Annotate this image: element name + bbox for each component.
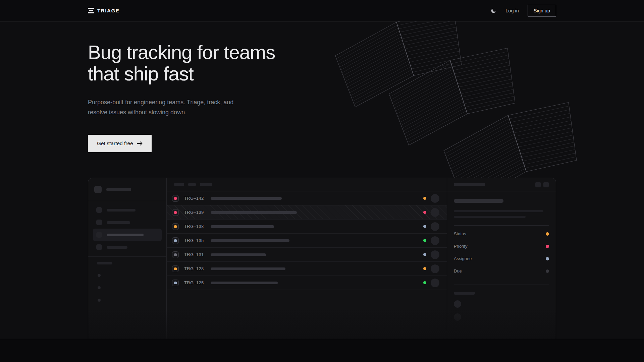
skeleton-bar	[454, 292, 475, 295]
mockup-detail-panel: Status Priority Assignee Due	[447, 178, 556, 339]
skeleton-dot	[98, 299, 101, 302]
issue-id: TRG–128	[184, 266, 205, 271]
skeleton-tab	[188, 183, 196, 186]
mockup-sidebar	[88, 178, 167, 339]
issue-row: TRG–135	[167, 234, 447, 248]
mockup-nav-item	[93, 204, 162, 216]
skeleton-issue-title-bar	[211, 267, 285, 270]
detail-field-label: Status	[454, 231, 466, 236]
issue-status-icon	[172, 195, 179, 202]
issue-id: TRG–131	[184, 252, 205, 257]
issue-assignee-avatar	[431, 236, 439, 245]
skeleton-tab	[200, 183, 212, 186]
signup-button[interactable]: Sign up	[528, 5, 556, 17]
mockup-nav-item	[93, 241, 162, 253]
brand-logo[interactable]: TRIAGE	[88, 8, 119, 13]
skeleton-text-line	[454, 210, 543, 212]
detail-field-label: Priority	[454, 244, 467, 249]
skeleton-issue-title-bar	[211, 225, 274, 228]
triage-bars-icon	[88, 8, 94, 13]
skeleton-text-line	[454, 216, 526, 218]
mockup-list-tabs	[167, 178, 447, 191]
issue-priority-dot	[423, 225, 426, 228]
detail-field-dot	[546, 269, 549, 273]
issue-id: TRG–135	[184, 238, 205, 243]
skeleton-dot	[98, 274, 101, 277]
app-preview-mockup: TRG–142 TRG–139 TRG–138 TRG–135 TRG–131 …	[88, 178, 556, 339]
issue-priority-dot	[423, 197, 426, 200]
skeleton-dot	[98, 286, 101, 289]
hero-title: Bug tracking for teams that ship fast	[88, 42, 556, 84]
hero-subtitle-line1: Purpose-built for engineering teams. Tri…	[88, 99, 233, 106]
issue-status-icon	[172, 251, 179, 258]
skeleton-issue-title-bar	[211, 239, 289, 242]
divider	[88, 256, 166, 257]
get-started-button[interactable]: Get started free	[88, 135, 152, 152]
issue-row: TRG–139	[167, 205, 447, 220]
issue-status-icon	[172, 209, 179, 216]
issue-row: TRG–142	[167, 191, 447, 205]
get-started-label: Get started free	[97, 140, 133, 146]
brand-name: TRIAGE	[97, 8, 119, 13]
nav-actions: Log in Sign up	[490, 5, 556, 17]
issue-priority-dot	[423, 253, 426, 256]
issue-status-icon	[172, 237, 179, 244]
detail-fields: Status Priority Assignee Due	[454, 228, 549, 277]
issue-assignee-avatar	[431, 222, 439, 231]
issue-status-icon	[172, 280, 179, 286]
issue-status-icon	[172, 265, 179, 272]
detail-field-label: Due	[454, 268, 462, 274]
issue-assignee-avatar	[431, 194, 439, 203]
mockup-nav-item-active	[93, 229, 162, 241]
issue-priority-dot	[423, 267, 426, 270]
detail-field-row: Assignee	[454, 252, 549, 265]
skeleton-avatar	[454, 313, 461, 321]
skeleton-bar	[106, 188, 131, 191]
skeleton-issue-title-bar	[211, 211, 297, 214]
mockup-sidebar-header	[88, 178, 166, 201]
skeleton-tab	[174, 183, 184, 186]
skeleton-button	[535, 182, 541, 187]
detail-field-dot	[546, 232, 549, 236]
hero-section: Bug tracking for teams that ship fast Pu…	[0, 21, 644, 339]
issue-assignee-avatar	[431, 279, 439, 287]
moon-icon[interactable]	[490, 7, 497, 14]
mockup-issue-list: TRG–142 TRG–139 TRG–138 TRG–135 TRG–131 …	[167, 178, 447, 339]
hero-title-line1: Bug tracking for teams	[88, 41, 275, 63]
detail-field-row: Due	[454, 265, 549, 277]
navbar: TRIAGE Log in Sign up	[0, 0, 644, 21]
detail-field-row: Priority	[454, 240, 549, 252]
issue-assignee-avatar	[431, 208, 439, 217]
skeleton-issue-title-bar	[211, 197, 282, 200]
hero-subtitle-line2: resolve issues without slowing down.	[88, 109, 186, 116]
issue-status-icon	[172, 223, 179, 230]
issue-priority-dot	[423, 281, 426, 284]
mockup-sidebar-nav	[88, 201, 166, 253]
issue-row: TRG–138	[167, 220, 447, 234]
skeleton-section-label	[97, 262, 112, 264]
issue-priority-dot	[423, 211, 426, 214]
hero-subtitle: Purpose-built for engineering teams. Tri…	[88, 97, 556, 117]
login-link[interactable]: Log in	[505, 8, 519, 13]
issue-row: TRG–131	[167, 248, 447, 262]
mockup-nav-item	[93, 216, 162, 229]
skeleton-button	[543, 182, 549, 187]
mockup-workspace-avatar	[94, 186, 102, 193]
issue-id: TRG–138	[184, 224, 205, 229]
divider	[454, 285, 549, 285]
issue-id: TRG–125	[184, 280, 205, 285]
issue-priority-dot	[423, 239, 426, 242]
mockup-detail-header	[447, 178, 556, 191]
issue-id: TRG–142	[184, 196, 205, 201]
issue-assignee-avatar	[431, 250, 439, 259]
detail-field-label: Assignee	[454, 256, 472, 261]
footer-strip	[0, 339, 644, 362]
hero-title-line2: that ship fast	[88, 63, 194, 84]
issue-assignee-avatar	[431, 264, 439, 273]
skeleton-bar	[454, 183, 485, 186]
issue-row: TRG–125	[167, 276, 447, 290]
issue-row: TRG–128	[167, 262, 447, 276]
issue-id: TRG–139	[184, 210, 205, 215]
skeleton-avatar	[454, 300, 461, 308]
skeleton-issue-title-bar	[211, 253, 266, 256]
